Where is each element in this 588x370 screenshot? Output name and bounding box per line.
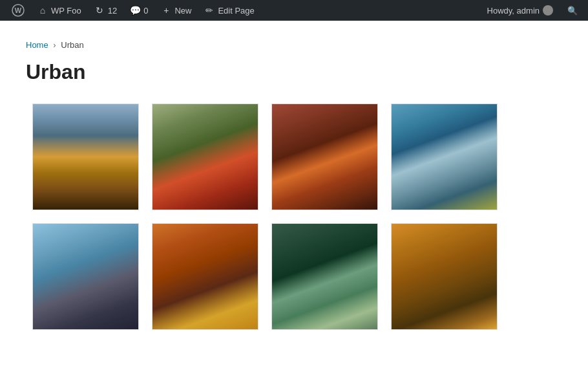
- page-title: Urban: [26, 60, 562, 84]
- plus-icon: +: [161, 5, 171, 16]
- comments-count: 0: [143, 6, 148, 16]
- updates-button[interactable]: ↻ 12: [88, 0, 123, 21]
- admin-bar: W ⌂ WP Foo ↻ 12 💬 0 + New ✏ Edit Page: [0, 0, 588, 21]
- gallery-item-2[interactable]: [152, 103, 258, 210]
- search-icon: 🔍: [567, 6, 578, 16]
- updates-icon: ↻: [94, 5, 105, 16]
- edit-icon: ✏: [204, 5, 215, 16]
- breadcrumb: Home › Urban: [26, 40, 562, 50]
- svg-text:W: W: [15, 6, 22, 14]
- main-content: Home › Urban Urban: [0, 21, 588, 370]
- adminbar-right: Howdy, admin 🔍: [481, 0, 583, 21]
- home-icon: ⌂: [37, 5, 48, 16]
- site-name-button[interactable]: ⌂ WP Foo: [31, 0, 88, 21]
- edit-page-button[interactable]: ✏ Edit Page: [198, 0, 260, 21]
- gallery-item-3[interactable]: [271, 103, 378, 210]
- howdy-label: Howdy, admin: [487, 6, 540, 16]
- edit-page-label: Edit Page: [218, 6, 254, 16]
- gallery-item-7[interactable]: [271, 223, 378, 330]
- gallery-item-1[interactable]: [32, 103, 139, 210]
- comments-icon: 💬: [130, 5, 140, 16]
- new-content-button[interactable]: + New: [154, 0, 198, 21]
- updates-count: 12: [108, 6, 117, 16]
- new-label: New: [174, 6, 191, 16]
- search-button[interactable]: 🔍: [562, 0, 583, 21]
- wp-logo-icon: W: [12, 4, 25, 17]
- user-avatar: [543, 5, 553, 16]
- wp-logo-button[interactable]: W: [5, 0, 31, 21]
- howdy-button[interactable]: Howdy, admin: [481, 0, 560, 21]
- comments-button[interactable]: 💬 0: [123, 0, 154, 21]
- gallery-item-6[interactable]: [152, 223, 258, 330]
- gallery-item-4[interactable]: [391, 103, 498, 210]
- breadcrumb-current: Urban: [61, 40, 83, 50]
- breadcrumb-home-link[interactable]: Home: [26, 40, 48, 50]
- gallery-item-8[interactable]: [391, 223, 498, 330]
- adminbar-left: W ⌂ WP Foo ↻ 12 💬 0 + New ✏ Edit Page: [5, 0, 481, 21]
- site-name-label: WP Foo: [51, 6, 81, 16]
- breadcrumb-separator: ›: [53, 40, 56, 50]
- gallery-item-5[interactable]: [32, 223, 139, 330]
- gallery-grid: [26, 103, 562, 330]
